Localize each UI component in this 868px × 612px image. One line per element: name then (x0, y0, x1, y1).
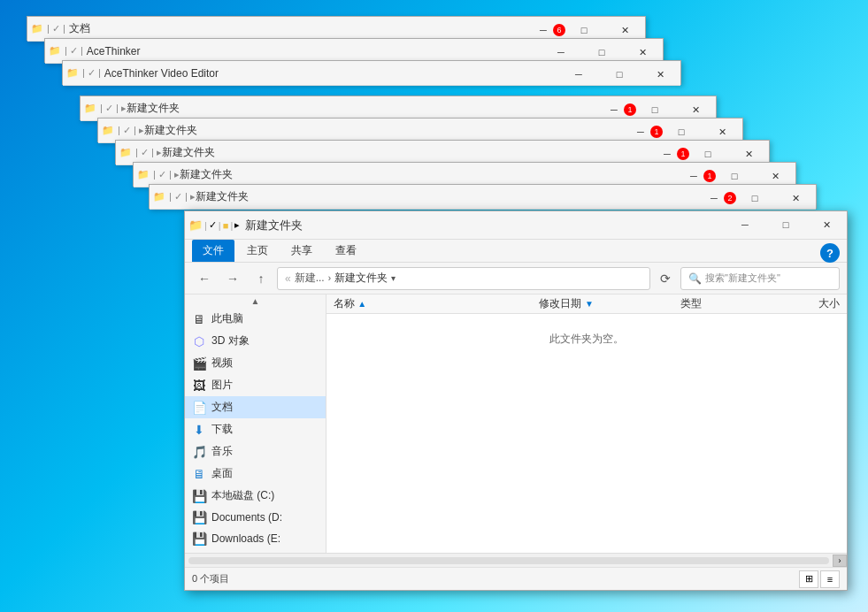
sidebar-item-documents[interactable]: 📄 文档 (185, 396, 326, 418)
divider-3: | (230, 220, 233, 231)
sidebar-label-video: 视频 (211, 356, 233, 371)
back-icon: ✓ (209, 219, 217, 231)
explorer-body: ▲ 🖥 此电脑 ⬡ 3D 对象 🎬 视频 🖼 图片 📄 文档 (185, 295, 847, 553)
refresh-button[interactable]: ⟳ (654, 267, 677, 290)
search-placeholder: 搜索"新建文件夹" (705, 272, 780, 285)
item-count: 0 个项目 (192, 572, 229, 585)
tab-file[interactable]: 文件 (192, 240, 234, 262)
sidebar-item-desktop[interactable]: 🖥 桌面 (185, 463, 326, 485)
sidebar-label-this-pc: 此电脑 (211, 311, 243, 326)
help-button[interactable]: ? (820, 243, 840, 263)
bg-window-1-title: 文档 (69, 21, 90, 36)
view-list-button[interactable]: ≡ (820, 570, 840, 588)
sidebar-item-pictures[interactable]: 🖼 图片 (185, 374, 326, 396)
bg-window-2[interactable]: 📁 | ✓ | AceThinker ─ □ ✕ (44, 38, 664, 63)
bg-window-1[interactable]: 📁 | ✓ | 文档 6 ─ □ ✕ (27, 16, 646, 41)
empty-folder-message: 此文件夹为空。 (326, 314, 847, 553)
col-header-size[interactable]: 大小 (769, 296, 840, 311)
sidebar-label-downloads-e: Downloads (E: (211, 532, 280, 545)
sidebar-label-downloads: 下载 (211, 422, 233, 437)
search-icon: 🔍 (688, 272, 702, 285)
close-button[interactable]: ✕ (806, 211, 847, 238)
sidebar-item-video[interactable]: 🎬 视频 (185, 352, 326, 374)
sidebar-item-music[interactable]: 🎵 音乐 (185, 440, 326, 463)
arrow-icon: ▸ (234, 219, 240, 231)
download-icon: ⬇ (192, 423, 206, 437)
3d-icon: ⬡ (192, 334, 206, 348)
picture-icon: 🖼 (192, 379, 206, 393)
column-headers: 名称 ▲ 修改日期 ▼ 类型 大小 (326, 295, 847, 314)
explorer-titlebar: 📁 | ✓ | ■ | ▸ 新建文件夹 ─ □ ✕ (185, 211, 847, 240)
address-dropdown-arrow[interactable]: ▾ (391, 273, 396, 283)
explorer-window: 📁 | ✓ | ■ | ▸ 新建文件夹 ─ □ ✕ 文件 主页 共享 查看 ? … (184, 210, 848, 591)
sidebar-label-documents: 文档 (211, 400, 233, 415)
bg-window-6[interactable]: 📁 | ✓ | ▸ 新建文件夹 1 ─ □ ✕ (115, 140, 770, 164)
sidebar-label-3d: 3D 对象 (211, 333, 250, 348)
max-btn-8[interactable]: □ (734, 185, 775, 211)
minimize-button[interactable]: ─ (725, 211, 765, 238)
back-button[interactable]: ← (192, 267, 217, 290)
tab-home[interactable]: 主页 (236, 240, 279, 262)
view-grid-button[interactable]: ⊞ (799, 570, 818, 588)
forward-button[interactable]: → (220, 267, 245, 290)
sidebar-label-pictures: 图片 (211, 378, 233, 393)
tab-share[interactable]: 共享 (280, 240, 323, 262)
divider-1: | (204, 220, 207, 231)
maximize-button[interactable]: □ (765, 211, 806, 238)
col-header-date[interactable]: 修改日期 ▼ (539, 296, 680, 311)
document-icon: 📄 (192, 401, 206, 415)
close-btn-8[interactable]: ✕ (775, 185, 816, 211)
music-icon: 🎵 (192, 445, 206, 459)
tab-view[interactable]: 查看 (325, 240, 367, 262)
sidebar-item-local-c[interactable]: 💾 本地磁盘 (C:) (185, 485, 326, 507)
address-part-1: « (285, 272, 291, 285)
bg-window-2-title: AceThinker (87, 45, 141, 57)
sidebar-label-local-c: 本地磁盘 (C:) (211, 488, 274, 503)
sidebar-label-documents-d: Documents (D: (211, 511, 282, 524)
sort-arrow-name: ▲ (357, 299, 366, 309)
drive-e-icon: 💾 (192, 532, 206, 546)
bg-window-4[interactable]: 📁 | ✓ | ▸ 新建文件夹 1 ─ □ ✕ (80, 96, 717, 120)
address-breadcrumb-2: 新建文件夹 (334, 271, 388, 286)
col-header-type[interactable]: 类型 (680, 296, 769, 311)
explorer-toolbar: ← → ↑ « 新建... › 新建文件夹 ▾ ⟳ 🔍 搜索"新建文件夹" (185, 263, 847, 295)
sidebar-item-program-files[interactable]: 💾 Program Files ( (185, 549, 326, 553)
view-buttons: ⊞ ≡ (799, 570, 840, 588)
bg-window-3-title: AceThinker Video Editor (104, 67, 219, 80)
sidebar: ▲ 🖥 此电脑 ⬡ 3D 对象 🎬 视频 🖼 图片 📄 文档 (185, 295, 326, 553)
bg-window-7[interactable]: 📁 | ✓ | ▸ 新建文件夹 1 ─ □ ✕ (133, 162, 796, 187)
sidebar-item-downloads-e[interactable]: 💾 Downloads (E: (185, 528, 326, 549)
sidebar-item-documents-d[interactable]: 💾 Documents (D: (185, 507, 326, 528)
col-header-name[interactable]: 名称 ▲ (334, 296, 539, 311)
ribbon: 文件 主页 共享 查看 ? (185, 240, 847, 263)
drive-d-icon: 💾 (192, 510, 206, 524)
sort-arrow-date: ▼ (585, 299, 594, 309)
bg-window-5[interactable]: 📁 | ✓ | ▸ 新建文件夹 1 ─ □ ✕ (97, 118, 743, 142)
breadcrumb-separator: › (328, 273, 331, 283)
max-btn-3[interactable]: □ (599, 61, 640, 88)
sidebar-item-3d[interactable]: ⬡ 3D 对象 (185, 330, 326, 352)
horizontal-scrollbar[interactable]: › (185, 553, 847, 567)
status-bar: 0 个项目 ⊞ ≡ (185, 567, 847, 590)
min-btn-8[interactable]: ─ (694, 185, 734, 211)
folder-icon-2: ■ (223, 220, 229, 231)
video-icon: 🎬 (192, 356, 206, 371)
window-controls: ─ □ ✕ (725, 211, 847, 238)
content-area: 名称 ▲ 修改日期 ▼ 类型 大小 此文件夹为空。 (326, 295, 847, 553)
scroll-right-button[interactable]: › (833, 555, 847, 567)
drive-c-icon: 💾 (192, 489, 206, 503)
min-btn-3[interactable]: ─ (558, 61, 599, 88)
divider-2: | (219, 220, 221, 231)
sidebar-item-downloads[interactable]: ⬇ 下载 (185, 418, 326, 440)
address-breadcrumb-1: 新建... (295, 271, 325, 286)
bg-window-3[interactable]: 📁 | ✓ | AceThinker Video Editor ─ □ ✕ (62, 60, 681, 85)
search-box[interactable]: 🔍 搜索"新建文件夹" (680, 267, 840, 290)
close-btn-3[interactable]: ✕ (640, 61, 680, 88)
bg-window-8[interactable]: 📁 | ✓ | ▸ 新建文件夹 2 ─ □ ✕ (149, 184, 817, 209)
sidebar-label-music: 音乐 (211, 444, 233, 459)
sidebar-item-this-pc[interactable]: 🖥 此电脑 (185, 308, 326, 330)
computer-icon: 🖥 (192, 312, 206, 326)
sidebar-scroll-up[interactable]: ▲ (185, 295, 326, 308)
up-button[interactable]: ↑ (249, 267, 273, 290)
address-bar[interactable]: « 新建... › 新建文件夹 ▾ (277, 267, 650, 290)
